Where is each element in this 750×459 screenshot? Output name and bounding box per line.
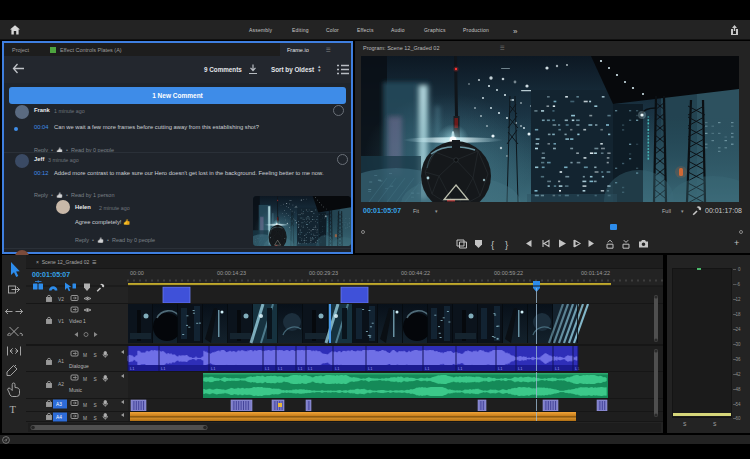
svg-text:V1: V1 (58, 319, 64, 324)
svg-text:A3: A3 (56, 402, 62, 407)
svg-text:00:01:14:22: 00:01:14:22 (581, 270, 610, 276)
svg-text:T: T (10, 404, 17, 415)
svg-text:L1: L1 (265, 366, 270, 371)
svg-text:S: S (94, 403, 97, 408)
svg-text:A1: A1 (58, 359, 64, 364)
svg-text:M: M (83, 377, 87, 382)
svg-text:{: { (491, 239, 494, 250)
svg-text:M: M (83, 403, 87, 408)
svg-text:L1: L1 (335, 366, 340, 371)
svg-text:0: 0 (738, 267, 741, 272)
svg-text:00:00:29:23: 00:00:29:23 (309, 270, 338, 276)
svg-text:L1: L1 (161, 366, 166, 371)
svg-text:V2: V2 (58, 297, 64, 302)
svg-text:A4: A4 (56, 415, 62, 420)
svg-text:Video 1: Video 1 (69, 318, 86, 324)
svg-text:S: S (94, 377, 97, 382)
svg-text:00:00:14:23: 00:00:14:23 (217, 270, 246, 276)
svg-text:L1: L1 (498, 366, 503, 371)
svg-text:L1: L1 (518, 366, 523, 371)
svg-text:S: S (94, 353, 97, 358)
svg-text:-6: -6 (736, 282, 740, 287)
svg-text:Dialogue: Dialogue (69, 363, 89, 369)
svg-text:L1: L1 (368, 366, 373, 371)
svg-text:L1: L1 (425, 366, 430, 371)
svg-text:M: M (83, 416, 87, 421)
svg-text:L1: L1 (130, 366, 135, 371)
svg-text:L1: L1 (308, 366, 313, 371)
svg-text:00:00:44:22: 00:00:44:22 (401, 270, 430, 276)
svg-text:}: } (505, 239, 508, 250)
svg-text:Music: Music (69, 387, 83, 393)
svg-text:S: S (94, 416, 97, 421)
svg-text:L1: L1 (211, 366, 216, 371)
svg-text:M: M (83, 353, 87, 358)
svg-text:A2: A2 (58, 382, 64, 387)
svg-text:00:00:59:22: 00:00:59:22 (494, 270, 523, 276)
svg-text:L1: L1 (458, 366, 463, 371)
svg-text:00:00: 00:00 (130, 270, 144, 276)
svg-text:L1: L1 (278, 366, 283, 371)
svg-text:L1: L1 (298, 366, 303, 371)
svg-text:L1: L1 (555, 366, 560, 371)
